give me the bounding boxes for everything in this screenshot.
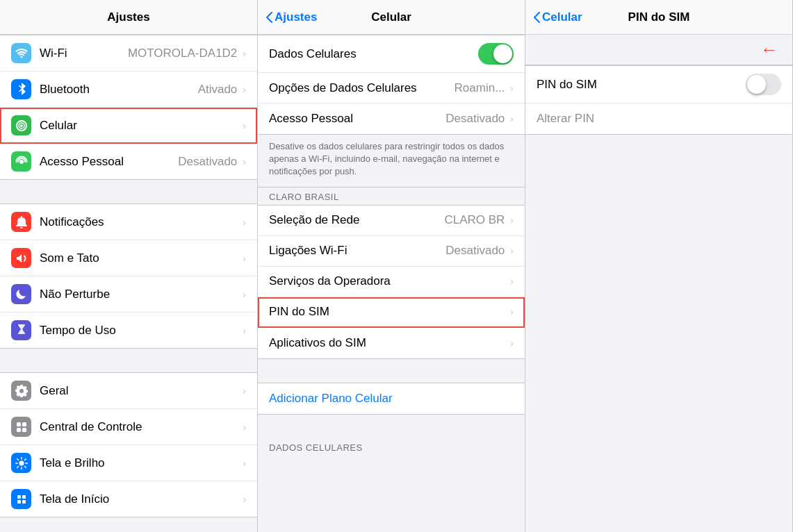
svg-rect-16 [17, 495, 21, 499]
pin-sim-row[interactable]: PIN do SIM › [258, 297, 525, 328]
ligacoes-wifi-row[interactable]: Ligações Wi-Fi Desativado › [258, 236, 525, 267]
selecao-rede-value: CLARO BR › [444, 213, 514, 227]
sound-icon [11, 248, 31, 268]
acesso-pessoal2-chevron: › [510, 113, 514, 124]
home-icon [11, 489, 31, 509]
dados-celulares-content: Dados Celulares [269, 43, 514, 65]
svg-rect-18 [17, 500, 21, 504]
alterar-pin-label: Alterar PIN [537, 112, 594, 126]
sep2 [0, 349, 257, 372]
opcoes-dados-row[interactable]: Opções de Dados Celulares Roamin... › [258, 73, 525, 103]
nao-perturbe-content: Não Perturbe › [40, 288, 246, 301]
svg-line-15 [17, 466, 18, 467]
central-controle-row[interactable]: Central de Controle › [0, 409, 257, 445]
som-tato-label: Som e Tato [40, 251, 99, 265]
central-controle-label: Central de Controle [40, 420, 142, 434]
pin-sim-title: PIN do SIM [628, 10, 690, 24]
dados-celulares-label: Dados Celulares [269, 47, 357, 61]
ajustes-title: Ajustes [107, 10, 149, 24]
bluetooth-icon [11, 79, 31, 99]
celular-title: Celular [371, 10, 411, 24]
wifi-row[interactable]: Wi-Fi MOTOROLA-DA1D2 › [0, 35, 257, 72]
system-group: Notificações › Som e Tato › [0, 203, 257, 349]
servicos-operadora-label: Serviços da Operadora [269, 274, 391, 288]
tela-brilho-row[interactable]: Tela e Brilho › [0, 445, 257, 481]
brightness-icon [11, 453, 31, 473]
selecao-rede-content: Seleção de Rede CLARO BR › [269, 213, 514, 227]
acesso-pessoal2-value: Desativado › [445, 112, 514, 126]
wifi-value: MOTOROLA-DA1D2 › [128, 47, 246, 60]
svg-rect-6 [22, 428, 26, 432]
nao-perturbe-row[interactable]: Não Perturbe › [0, 276, 257, 313]
selecao-rede-row[interactable]: Seleção de Rede CLARO BR › [258, 206, 525, 236]
tempo-uso-content: Tempo de Uso › [40, 324, 246, 338]
celular-content: Celular › [40, 119, 246, 133]
svg-rect-5 [17, 428, 21, 432]
opcoes-chevron: › [510, 83, 514, 94]
celular-back-button[interactable]: Ajustes [266, 10, 317, 24]
bluetooth-content: Bluetooth Ativado › [40, 83, 246, 97]
notif-icon [11, 212, 31, 232]
pin-sim-toggle-knob [747, 75, 766, 94]
pin-sim-back-button[interactable]: Celular [534, 10, 582, 24]
dados-celulares-toggle[interactable] [478, 43, 514, 65]
nao-perturbe-label: Não Perturbe [40, 288, 110, 301]
claro-brasil-header: CLARO BRASIL [258, 188, 525, 205]
pin-sim-label: PIN do SIM [269, 305, 329, 319]
apps-sim-label: Aplicativos do SIM [269, 336, 366, 350]
som-tato-row[interactable]: Som e Tato › [0, 240, 257, 276]
adicionar-group: Adicionar Plano Celular [258, 383, 525, 415]
pin-sim-back-label: Celular [542, 10, 582, 24]
notificacoes-label: Notificações [40, 215, 104, 229]
hourglass-icon [11, 320, 31, 340]
toggle-knob [493, 44, 512, 63]
geral-label: Geral [40, 384, 69, 398]
pin-sim-toggle[interactable] [746, 74, 781, 95]
device-group: Geral › Central de Controle › [0, 372, 257, 517]
tela-inicio-label: Tela de Início [40, 492, 109, 506]
adicionar-plano-row[interactable]: Adicionar Plano Celular [258, 383, 525, 414]
tempo-uso-row[interactable]: Tempo de Uso › [0, 313, 257, 348]
central-controle-content: Central de Controle › [40, 420, 246, 434]
tela-brilho-content: Tela e Brilho › [40, 456, 246, 470]
acesso-pessoal2-content: Acesso Pessoal Desativado › [269, 112, 514, 126]
arrow-indicator-row: ← [525, 35, 792, 65]
celular-row[interactable]: Celular › [0, 108, 257, 144]
ajustes-list: Wi-Fi MOTOROLA-DA1D2 › Bluetooth [0, 35, 257, 532]
geral-content: Geral › [40, 384, 246, 398]
notificacoes-row[interactable]: Notificações › [0, 204, 257, 240]
apps-sim-row[interactable]: Aplicativos do SIM › [258, 328, 525, 358]
tela-inicio-chevron: › [243, 494, 246, 505]
servicos-operadora-row[interactable]: Serviços da Operadora › [258, 267, 525, 297]
bluetooth-row[interactable]: Bluetooth Ativado › [0, 72, 257, 108]
acesso-pessoal-row[interactable]: Acesso Pessoal Desativado › [0, 144, 257, 179]
alterar-pin-content: Alterar PIN [537, 112, 781, 126]
cc-icon [11, 417, 31, 437]
dados-celulares-row[interactable]: Dados Celulares [258, 35, 525, 73]
svg-line-12 [17, 458, 18, 460]
svg-rect-4 [22, 422, 26, 426]
tela-brilho-chevron: › [243, 458, 246, 469]
celular-chevron: › [243, 120, 246, 131]
acesso-pessoal2-row[interactable]: Acesso Pessoal Desativado › [258, 103, 525, 134]
som-tato-content: Som e Tato › [40, 251, 246, 265]
ligacoes-wifi-label: Ligações Wi-Fi [269, 244, 347, 258]
pin-sim-chevron: › [510, 306, 514, 317]
acesso-pessoal-chevron: › [243, 156, 246, 167]
wifi-chevron: › [243, 48, 246, 59]
alterar-pin-row[interactable]: Alterar PIN [525, 103, 792, 134]
pin-sim-toggle-row[interactable]: PIN do SIM [525, 66, 792, 103]
panel-celular: Ajustes Celular Dados Celulares Opções d… [258, 0, 525, 532]
bluetooth-chevron: › [243, 84, 246, 95]
apps-sim-chevron: › [510, 338, 514, 349]
geral-row[interactable]: Geral › [0, 373, 257, 409]
pin-sim-toggle-label: PIN do SIM [537, 78, 597, 92]
celular-label: Celular [40, 119, 77, 133]
wifi-content: Wi-Fi MOTOROLA-DA1D2 › [40, 47, 246, 60]
tela-inicio-row[interactable]: Tela de Início › [0, 481, 257, 517]
celular-back-label: Ajustes [275, 10, 317, 24]
notificacoes-content: Notificações › [40, 215, 246, 229]
som-chevron: › [243, 253, 246, 264]
acesso-pessoal-value: Desativado › [178, 155, 246, 169]
pin-sim-content: PIN do SIM › [269, 305, 514, 319]
